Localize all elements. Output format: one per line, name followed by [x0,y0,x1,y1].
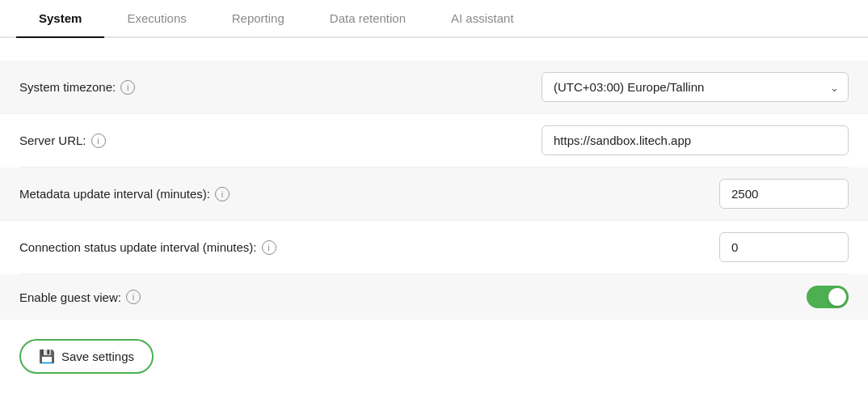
guest-view-toggle[interactable] [807,286,849,308]
timezone-label-area: System timezone: i [19,80,509,95]
timezone-select[interactable]: (UTC+03:00) Europe/Tallinn (UTC+00:00) U… [541,72,849,102]
toggle-thumb [828,288,846,306]
tab-data-retention[interactable]: Data retention [307,0,428,38]
connection-interval-label-area: Connection status update interval (minut… [19,240,509,255]
server-url-label-area: Server URL: i [19,133,509,148]
server-url-row: Server URL: i [19,114,849,167]
connection-interval-input[interactable] [719,232,849,262]
connection-interval-row: Connection status update interval (minut… [19,221,849,274]
metadata-interval-row: Metadata update interval (minutes): i [0,167,868,221]
tab-system[interactable]: System [16,0,104,38]
metadata-interval-input[interactable] [719,179,849,209]
guest-view-label: Enable guest view: [19,290,121,304]
timezone-label: System timezone: [19,80,116,94]
metadata-interval-label-area: Metadata update interval (minutes): i [19,187,509,201]
timezone-row: System timezone: i (UTC+03:00) Europe/Ta… [0,61,868,114]
metadata-interval-label: Metadata update interval (minutes): [19,187,210,201]
metadata-interval-info-icon[interactable]: i [215,187,230,201]
save-settings-button[interactable]: 💾 Save settings [19,339,154,374]
server-url-control [509,125,849,155]
timezone-select-wrapper: (UTC+03:00) Europe/Tallinn (UTC+00:00) U… [541,72,849,102]
tab-bar: System Executions Reporting Data retenti… [0,0,868,38]
timezone-control: (UTC+03:00) Europe/Tallinn (UTC+00:00) U… [509,72,849,102]
server-url-input[interactable] [541,125,849,155]
metadata-interval-control [509,179,849,209]
server-url-label: Server URL: [19,133,86,147]
connection-interval-label: Connection status update interval (minut… [19,240,257,254]
settings-content: System timezone: i (UTC+03:00) Europe/Ta… [0,38,868,393]
guest-view-row: Enable guest view: i [0,274,868,320]
tab-executions[interactable]: Executions [104,0,209,38]
timezone-info-icon[interactable]: i [120,80,135,95]
save-icon: 💾 [39,349,55,364]
guest-view-label-area: Enable guest view: i [19,290,509,304]
guest-view-control [509,286,849,308]
tab-reporting[interactable]: Reporting [209,0,307,38]
tab-ai-assistant[interactable]: AI assistant [428,0,537,38]
save-settings-label: Save settings [61,350,134,363]
server-url-info-icon[interactable]: i [91,133,106,148]
settings-page: System Executions Reporting Data retenti… [0,0,868,411]
guest-view-info-icon[interactable]: i [126,290,141,304]
connection-interval-info-icon[interactable]: i [262,240,276,255]
connection-interval-control [509,232,849,262]
